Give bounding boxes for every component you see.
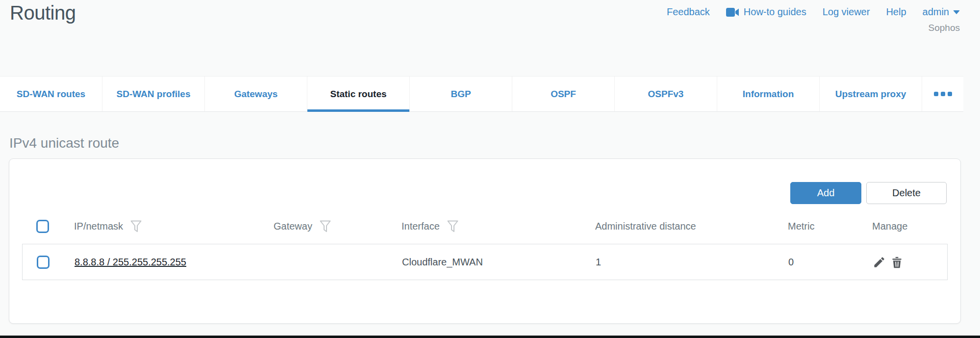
page-title: Routing [10, 2, 75, 24]
col-metric: Metric [788, 221, 814, 232]
help-label: Help [886, 6, 906, 18]
filter-icon[interactable] [447, 220, 458, 233]
tab-ospfv3[interactable]: OSPFv3 [614, 77, 717, 111]
admin-username: admin [923, 6, 949, 18]
route-ip-netmask-link[interactable]: 8.8.8.8 / 255.255.255.255 [75, 257, 186, 268]
col-ip-netmask: IP/netmask [74, 221, 123, 232]
tab-gateways[interactable]: Gateways [204, 77, 307, 111]
delete-button[interactable]: Delete [866, 182, 947, 204]
ellipsis-icon [934, 92, 938, 96]
tab-sdwan-profiles[interactable]: SD-WAN profiles [102, 77, 204, 111]
static-routes-table: IP/netmask Gateway Interface [22, 214, 948, 280]
howto-guides-link[interactable]: How-to guides [726, 6, 806, 18]
select-all-checkbox[interactable] [36, 220, 49, 233]
table-toolbar: Add Delete [790, 182, 947, 204]
tab-bgp[interactable]: BGP [409, 77, 512, 111]
tab-sdwan-routes[interactable]: SD-WAN routes [0, 77, 102, 111]
log-viewer-link[interactable]: Log viewer [823, 6, 870, 18]
route-interface-value: Cloudflare_MWAN [402, 257, 483, 268]
section-heading: IPv4 unicast route [9, 135, 119, 151]
more-tabs-button[interactable] [922, 77, 963, 111]
tab-upstream-proxy[interactable]: Upstream proxy [819, 77, 922, 111]
table-header-row: IP/netmask Gateway Interface [22, 214, 948, 238]
tab-static-routes[interactable]: Static routes [307, 77, 409, 111]
log-viewer-label: Log viewer [823, 6, 870, 18]
col-administrative-distance: Administrative distance [595, 221, 696, 232]
howto-guides-label: How-to guides [744, 6, 806, 18]
row-checkbox[interactable] [37, 256, 50, 269]
edit-icon[interactable] [873, 256, 886, 269]
bottom-edge [0, 336, 980, 338]
col-gateway: Gateway [274, 221, 312, 232]
top-navigation: Feedback How-to guides Log viewer Help a… [667, 6, 960, 18]
tab-information[interactable]: Information [717, 77, 819, 111]
feedback-link[interactable]: Feedback [667, 6, 710, 18]
ipv4-routes-card: Add Delete IP/netmask Gateway [9, 158, 961, 324]
table-row: 8.8.8.8 / 255.255.255.255 Cloudflare_MWA… [22, 244, 948, 280]
delete-icon[interactable] [890, 256, 904, 269]
feedback-label: Feedback [667, 6, 710, 18]
chevron-down-icon [953, 10, 960, 14]
filter-icon[interactable] [320, 220, 331, 233]
col-interface: Interface [402, 221, 440, 232]
tab-ospf[interactable]: OSPF [512, 77, 614, 111]
col-manage: Manage [872, 221, 907, 232]
brand-label: Sophos [929, 23, 960, 33]
route-administrative-distance-value: 1 [596, 257, 601, 268]
video-camera-icon [726, 7, 739, 17]
help-link[interactable]: Help [886, 6, 906, 18]
route-metric-value: 0 [788, 257, 794, 268]
add-button[interactable]: Add [790, 182, 861, 204]
admin-menu[interactable]: admin [923, 6, 960, 18]
filter-icon[interactable] [130, 220, 142, 233]
routing-tabbar: SD-WAN routes SD-WAN profiles Gateways S… [0, 76, 963, 112]
